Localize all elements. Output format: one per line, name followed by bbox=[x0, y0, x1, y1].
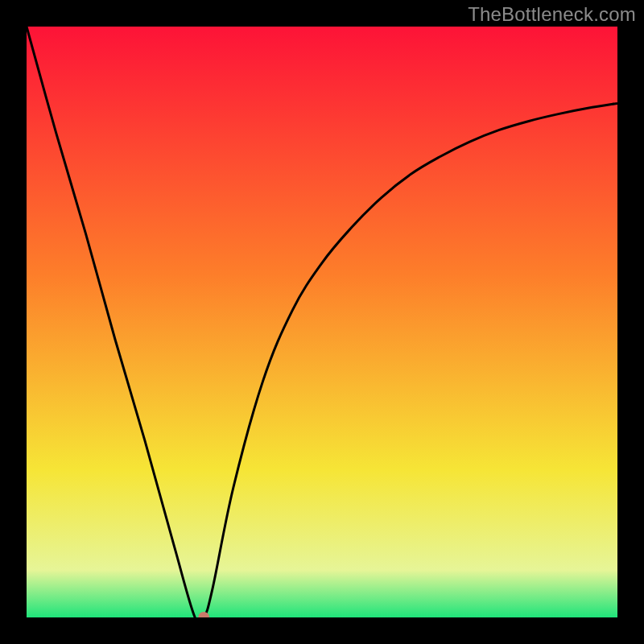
watermark-text: TheBottleneck.com bbox=[468, 3, 636, 26]
plot-area bbox=[27, 27, 617, 617]
curve-path bbox=[27, 27, 617, 617]
vertex-dot bbox=[198, 612, 209, 617]
bottleneck-curve bbox=[27, 27, 617, 617]
chart-frame: TheBottleneck.com bbox=[0, 0, 644, 644]
